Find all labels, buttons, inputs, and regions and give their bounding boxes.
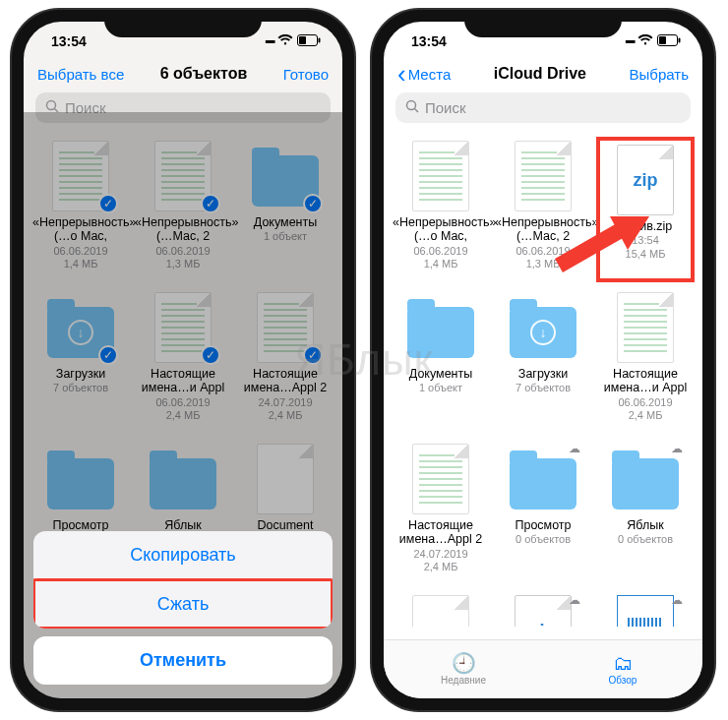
tab-browse-label: Обзор — [609, 675, 637, 686]
file-meta: 13:54 — [632, 234, 659, 247]
file-meta: 0 объектов — [516, 533, 571, 546]
notch — [104, 10, 262, 37]
folder-icon: 🗂 — [613, 653, 633, 673]
file-thumb — [508, 141, 578, 211]
file-thumb: zip☁︎ — [508, 595, 578, 627]
file-meta2: 15,4 МБ — [626, 248, 666, 261]
svg-rect-2 — [319, 38, 321, 43]
status-time: 13:54 — [51, 33, 87, 49]
file-meta: 7 объектов — [516, 382, 571, 394]
svg-point-8 — [407, 101, 416, 110]
file-thumb: ☁︎ — [610, 444, 681, 514]
tab-bar: 🕘 Недавние 🗂 Обзор — [384, 639, 702, 698]
battery-icon — [297, 33, 321, 49]
nav-title: iCloud Drive — [494, 65, 586, 83]
action-sheet: Скопировать Сжать Отменить — [33, 531, 333, 685]
file-tile[interactable]: Загрузки7 объектов — [494, 288, 592, 434]
notch — [464, 10, 622, 37]
file-meta: 06.06.2019 — [618, 396, 672, 409]
file-tile[interactable]: «Непрерывность» (…о Mac,06.06.20191,4 МБ — [392, 137, 490, 282]
file-meta: 06.06.2019 — [516, 245, 570, 258]
file-thumb — [405, 292, 476, 363]
file-name: Просмотр — [515, 518, 571, 532]
file-name: Архив.zip — [619, 219, 672, 233]
tab-recent-label: Недавние — [441, 675, 486, 686]
cancel-action[interactable]: Отменить — [33, 636, 333, 685]
status-icons: ▪▪▪▪ — [265, 33, 321, 49]
battery-icon — [657, 33, 681, 49]
status-time: 13:54 — [411, 33, 447, 49]
file-name: Документы — [409, 367, 472, 381]
signal-icon: ▪▪▪▪ — [625, 34, 634, 48]
status-icons: ▪▪▪▪ — [625, 33, 681, 49]
file-tile[interactable]: ☁︎ — [596, 591, 695, 627]
file-meta2: 2,4 МБ — [629, 409, 663, 422]
tab-browse[interactable]: 🗂 Обзор — [543, 640, 702, 698]
file-thumb: ☁︎ — [610, 595, 681, 627]
tab-recent[interactable]: 🕘 Недавние — [384, 640, 543, 698]
file-tile[interactable]: Настоящие имена…Appl 224.07.20192,4 МБ — [392, 440, 490, 585]
file-thumb — [405, 595, 476, 627]
file-name: «Непрерывность» (…Mac, 2 — [495, 215, 591, 244]
svg-rect-6 — [659, 36, 666, 44]
file-meta2: 1,4 МБ — [424, 258, 458, 270]
nav-bar: Места iCloud Drive Выбрать — [384, 61, 702, 89]
done-button[interactable]: Готово — [283, 66, 329, 83]
file-thumb: zip — [610, 145, 681, 215]
svg-rect-7 — [679, 38, 681, 43]
phone-right: 13:54 ▪▪▪▪ Места iCloud Drive Выбрать По… — [372, 10, 714, 710]
svg-point-3 — [47, 101, 56, 110]
file-meta: 24.07.2019 — [413, 548, 467, 561]
select-button[interactable]: Выбрать — [630, 66, 689, 83]
file-meta2: 2,4 МБ — [424, 561, 458, 573]
svg-rect-1 — [299, 36, 306, 44]
file-tile[interactable]: ☁︎Яблык0 объектов — [596, 440, 695, 585]
wifi-icon — [637, 33, 653, 49]
file-tile[interactable]: zipАрхив.zip13:5415,4 МБ — [596, 137, 695, 282]
phone-left: 13:54 ▪▪▪▪ Выбрать все 6 объектов Готово… — [12, 10, 354, 710]
back-button[interactable]: Места — [397, 66, 451, 83]
file-meta: 0 объектов — [618, 533, 673, 546]
signal-icon: ▪▪▪▪ — [265, 34, 273, 48]
file-name: Загрузки — [518, 367, 568, 381]
copy-action[interactable]: Скопировать — [33, 531, 333, 579]
file-name: Настоящие имена…Appl 2 — [393, 518, 489, 547]
search-placeholder: Поиск — [425, 99, 466, 116]
file-name: Настоящие имена…и Appl — [597, 367, 694, 395]
file-grid: «Непрерывность» (…о Mac,06.06.20191,4 МБ… — [384, 131, 702, 627]
nav-title: 6 объектов — [160, 65, 248, 83]
search-field[interactable]: Поиск — [395, 92, 691, 123]
file-tile[interactable]: zip☁︎ — [494, 591, 592, 627]
clock-icon: 🕘 — [452, 653, 476, 673]
file-thumb: ☁︎ — [508, 444, 578, 514]
file-meta: 06.06.2019 — [413, 245, 467, 258]
file-tile[interactable]: Документы1 объект — [392, 288, 490, 434]
wifi-icon — [277, 33, 293, 49]
file-tile[interactable]: «Непрерывность» (…Mac, 206.06.20191,3 МБ — [494, 137, 592, 282]
file-tile[interactable] — [392, 591, 490, 627]
action-sheet-group: Скопировать Сжать — [33, 531, 333, 629]
file-meta: 1 объект — [419, 382, 462, 394]
nav-bar: Выбрать все 6 объектов Готово — [24, 61, 342, 89]
file-thumb — [508, 292, 578, 363]
file-thumb — [610, 292, 681, 363]
screen-left: 13:54 ▪▪▪▪ Выбрать все 6 объектов Готово… — [24, 22, 342, 698]
file-meta2: 1,3 МБ — [526, 258, 561, 270]
file-tile[interactable]: ☁︎Просмотр0 объектов — [494, 440, 592, 585]
file-tile[interactable]: Настоящие имена…и Appl06.06.20192,4 МБ — [596, 288, 695, 434]
file-name: «Непрерывность» (…о Mac, — [393, 215, 489, 244]
compress-action[interactable]: Сжать — [33, 579, 333, 629]
screen-right: 13:54 ▪▪▪▪ Места iCloud Drive Выбрать По… — [384, 22, 702, 698]
file-name: Яблык — [627, 518, 663, 532]
file-thumb — [405, 444, 476, 514]
svg-line-9 — [415, 109, 419, 113]
search-icon — [405, 99, 419, 116]
file-thumb — [405, 141, 476, 211]
select-all-button[interactable]: Выбрать все — [37, 66, 124, 83]
